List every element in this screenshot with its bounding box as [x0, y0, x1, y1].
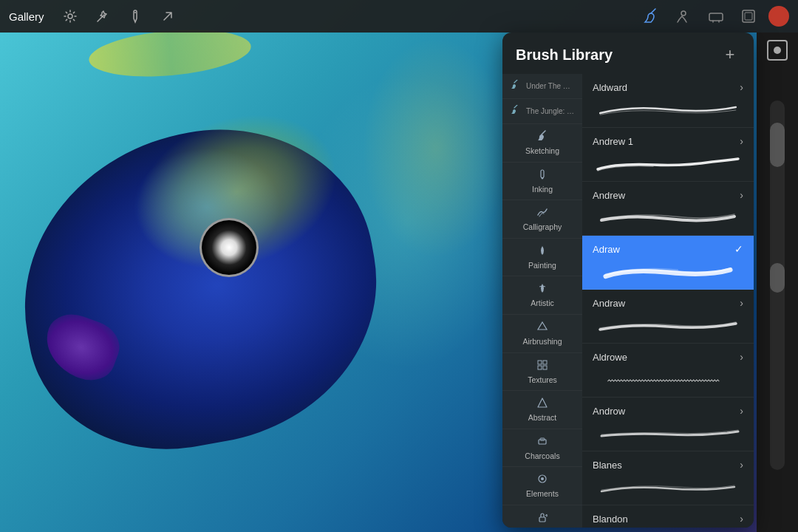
svg-point-6 — [771, 9, 786, 24]
inking-icon — [536, 168, 548, 183]
add-brush-button[interactable]: + — [720, 44, 740, 65]
brush-name-blanes: Blanes › — [593, 459, 743, 471]
brush-item-androw[interactable]: Androw › — [582, 398, 754, 451]
brush-opacity-thumb[interactable] — [770, 263, 785, 293]
brush-name-andrew1: Andrew 1 › — [593, 135, 743, 147]
magic-button[interactable] — [92, 5, 114, 27]
user-avatar[interactable] — [768, 6, 789, 27]
fish-eye — [200, 218, 259, 277]
svg-point-2 — [681, 11, 686, 16]
brush-item-andraw[interactable]: Andraw › — [582, 290, 754, 344]
brush-preview-andrew1 — [593, 151, 743, 175]
brush-preview-aldrowe — [593, 367, 743, 391]
svg-rect-5 — [745, 13, 752, 20]
brush-name-adraw: Adraw ✓ — [593, 243, 743, 255]
category-label-artistic: Artistic — [531, 299, 554, 308]
category-label-abstract: Abstract — [528, 413, 557, 423]
panel-body: Under The Sea: Brus... The Jungle: Brush… — [502, 74, 754, 528]
brush-check-adraw: ✓ — [734, 243, 743, 255]
brush-name-andrew: Andrew › — [593, 189, 743, 201]
brush-name-blandon: Blandon › — [593, 513, 743, 525]
eraser-tool-button[interactable] — [703, 4, 729, 29]
smudge-tool-button[interactable] — [671, 4, 696, 29]
brush-item-aldrowe[interactable]: Aldrowe › — [582, 344, 754, 398]
size-indicator — [767, 40, 788, 61]
settings-button[interactable] — [59, 5, 81, 27]
svg-rect-10 — [543, 361, 547, 364]
brush-check-andrew1: › — [740, 135, 743, 147]
brush-icon-recent2 — [510, 105, 520, 117]
brush-item-andrew1[interactable]: Andrew 1 › — [582, 128, 754, 182]
svg-point-17 — [541, 477, 544, 480]
brush-preview-androw — [593, 421, 743, 445]
brush-size-track[interactable] — [770, 100, 785, 470]
brush-library-panel: Brush Library + Under The Sea: Brus... — [502, 33, 754, 528]
svg-rect-11 — [538, 366, 542, 369]
category-item-inking[interactable]: Inking — [502, 163, 582, 201]
brush-check-andraw: › — [740, 297, 743, 309]
svg-rect-9 — [538, 361, 542, 364]
brush-name-andraw: Andraw › — [593, 297, 743, 309]
category-item-recent2[interactable]: The Jungle: Brushes — [502, 99, 582, 124]
category-item-calligraphy[interactable]: Calligraphy — [502, 200, 582, 239]
toolbar: Gallery — [0, 0, 798, 33]
stylus-button[interactable] — [124, 5, 146, 27]
category-item-painting[interactable]: Painting — [502, 239, 582, 277]
brush-icon-recent1 — [510, 80, 520, 92]
category-label-airbrushing: Airbrushing — [522, 337, 562, 347]
brush-tool-button[interactable] — [638, 4, 664, 29]
svg-marker-13 — [538, 398, 547, 407]
painting-icon — [536, 245, 548, 259]
category-label-recent1: Under The Sea: Brus... — [526, 82, 575, 91]
category-item-airbrushing[interactable]: Airbrushing — [502, 315, 582, 353]
category-label-elements: Elements — [526, 489, 559, 499]
artistic-icon — [536, 282, 548, 296]
brush-check-aldward: › — [740, 81, 743, 93]
scroll-bottom-spacer — [770, 510, 785, 525]
calligraphy-icon — [536, 206, 548, 220]
layers-button[interactable] — [736, 4, 761, 29]
brush-item-andrew[interactable]: Andrew › — [582, 182, 754, 236]
charcoals-icon — [536, 435, 548, 449]
toolbar-left: Gallery — [9, 5, 179, 27]
category-item-artistic[interactable]: Artistic — [502, 276, 582, 315]
size-dot — [774, 47, 781, 54]
abstract-icon — [536, 397, 548, 411]
category-item-spraypaints[interactable]: Spraypaints — [502, 505, 582, 528]
brush-preview-blanes — [593, 475, 743, 499]
brush-preview-aldward — [593, 98, 743, 121]
paint-yellow-top — [87, 24, 253, 83]
svg-rect-12 — [543, 366, 547, 369]
brush-item-aldward[interactable]: Aldward › — [582, 74, 754, 128]
brush-preview-adraw — [593, 259, 743, 283]
toolbar-right — [638, 4, 789, 29]
svg-point-7 — [542, 177, 544, 179]
category-item-abstract[interactable]: Abstract — [502, 391, 582, 429]
svg-line-20 — [546, 516, 548, 516]
brush-size-thumb[interactable] — [770, 123, 785, 167]
category-item-recent1[interactable]: Under The Sea: Brus... — [502, 74, 582, 99]
category-list: Under The Sea: Brus... The Jungle: Brush… — [502, 74, 582, 528]
svg-rect-18 — [539, 517, 545, 522]
arrow-button[interactable] — [157, 5, 179, 27]
category-label-calligraphy: Calligraphy — [523, 222, 562, 232]
brush-list: Aldward › Andrew 1 › — [582, 74, 754, 528]
brush-item-blandon[interactable]: Blandon › — [582, 505, 754, 528]
brush-check-blanes: › — [740, 459, 743, 471]
brush-item-adraw[interactable]: Adraw ✓ — [582, 236, 754, 290]
category-label-inking: Inking — [532, 185, 553, 194]
sketching-icon — [536, 130, 548, 144]
category-item-sketching[interactable]: Sketching — [502, 124, 582, 163]
category-label-painting: Painting — [528, 261, 556, 270]
category-item-charcoals[interactable]: Charcoals — [502, 429, 582, 468]
category-label-charcoals: Charcoals — [525, 451, 559, 461]
category-item-elements[interactable]: Elements — [502, 467, 582, 505]
category-item-textures[interactable]: Textures — [502, 353, 582, 392]
spraypaints-icon — [536, 511, 548, 525]
gallery-title[interactable]: Gallery — [9, 10, 44, 23]
brush-item-blanes[interactable]: Blanes › — [582, 451, 754, 505]
brush-preview-andrew — [593, 205, 743, 229]
brush-name-androw: Androw › — [593, 405, 743, 417]
category-label-recent2: The Jungle: Brushes — [526, 107, 575, 116]
bg-yellow — [362, 37, 510, 259]
